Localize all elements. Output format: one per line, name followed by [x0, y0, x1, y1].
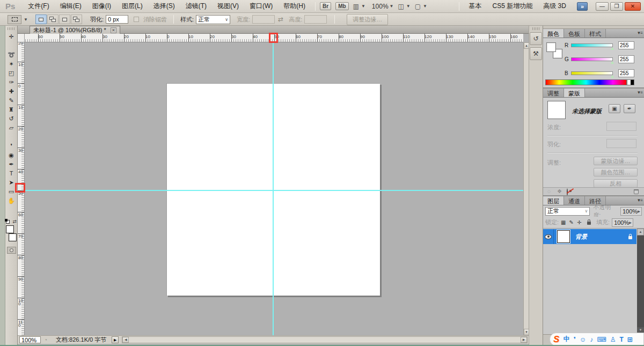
- collapsed-panel-button[interactable]: ⚒: [530, 47, 542, 60]
- sogou-account-icon[interactable]: ♙: [610, 336, 616, 343]
- tool-button[interactable]: ♜: [6, 105, 17, 114]
- layers-scrollbar[interactable]: ▲ ▼: [637, 229, 644, 334]
- apply-mask-icon[interactable]: ❖: [557, 188, 562, 194]
- feather-input[interactable]: 0 px: [106, 15, 128, 24]
- panel-menu-icon[interactable]: ▼≡: [636, 198, 642, 203]
- red-slider[interactable]: [571, 43, 613, 47]
- sogou-skin-icon[interactable]: T: [619, 336, 623, 343]
- disable-mask-icon[interactable]: [567, 189, 568, 195]
- sogou-logo[interactable]: S: [553, 334, 559, 345]
- red-value-input[interactable]: 255: [618, 41, 634, 49]
- menu-image[interactable]: 图像(I): [87, 0, 116, 12]
- collapsed-panel-button[interactable]: ↺: [530, 32, 542, 45]
- menu-edit[interactable]: 编辑(E): [55, 0, 87, 12]
- load-selection-icon[interactable]: ◌: [547, 188, 551, 194]
- style-select[interactable]: 正常 ∨: [196, 15, 230, 24]
- antialias-checkbox[interactable]: [134, 17, 139, 22]
- sogou-keyboard-icon[interactable]: ⌨: [597, 336, 606, 343]
- arrange-documents-icon[interactable]: ◫: [398, 3, 404, 10]
- tool-button[interactable]: ◰: [6, 69, 17, 77]
- workspace-cs5-new[interactable]: CS5 新增功能: [493, 2, 533, 11]
- tool-button[interactable]: ❜: [6, 142, 17, 150]
- height-input[interactable]: [304, 15, 327, 24]
- panel-menu-icon[interactable]: ▼≡: [636, 31, 642, 35]
- swap-dimensions-icon[interactable]: ⇄: [278, 16, 283, 23]
- document-tab[interactable]: 未标题-1 @ 100%(RGB/8) * ✕: [30, 26, 120, 34]
- horizontal-guide[interactable]: [25, 190, 523, 191]
- close-button[interactable]: ✕: [625, 2, 641, 11]
- tool-button[interactable]: ➰: [6, 50, 17, 59]
- tool-button[interactable]: ✋: [6, 196, 17, 205]
- scroll-up-arrow[interactable]: ▲: [637, 229, 644, 235]
- chevron-down-icon[interactable]: ▼: [361, 4, 365, 9]
- sogou-chinese-icon[interactable]: 中: [564, 335, 570, 344]
- restore-button[interactable]: ❐: [610, 2, 623, 11]
- menu-file[interactable]: 文件(F): [23, 0, 54, 12]
- screen-mode-icon[interactable]: ▢: [415, 3, 421, 10]
- blend-mode-select[interactable]: 正常 ∨: [545, 207, 590, 216]
- tab-paths[interactable]: 路径: [585, 196, 606, 205]
- layer-row-background[interactable]: 背景: [543, 229, 636, 244]
- tool-button[interactable]: ✑: [6, 78, 17, 86]
- add-to-selection-button[interactable]: [47, 14, 58, 24]
- lock-all-icon[interactable]: [587, 222, 591, 225]
- tab-swatches[interactable]: 色板: [564, 29, 585, 38]
- bridge-button[interactable]: Br: [320, 2, 331, 10]
- blue-value-input[interactable]: 255: [618, 69, 634, 77]
- tool-button[interactable]: ↺: [6, 114, 17, 123]
- sogou-punctuation-icon[interactable]: ❜: [574, 336, 576, 343]
- menu-layer[interactable]: 图层(L): [116, 0, 148, 12]
- scroll-right-arrow[interactable]: ▶: [521, 337, 527, 343]
- feather-input[interactable]: [606, 139, 636, 148]
- tab-adjustments[interactable]: 调整: [543, 89, 564, 97]
- workspace-overflow-button[interactable]: »: [577, 2, 588, 11]
- chevron-down-icon[interactable]: ▼: [423, 4, 427, 9]
- fill-input[interactable]: 100% ▶: [612, 218, 633, 227]
- tab-color[interactable]: 颜色: [543, 29, 564, 38]
- menu-window[interactable]: 窗口(W): [244, 0, 278, 12]
- green-slider[interactable]: [571, 57, 613, 61]
- quick-mask-button[interactable]: [7, 247, 16, 254]
- tool-button[interactable]: [6, 41, 17, 50]
- refine-edge-button[interactable]: 调整边缘…: [347, 14, 388, 25]
- lock-transparent-icon[interactable]: ▦: [561, 219, 566, 225]
- status-options-button[interactable]: ▶: [112, 336, 119, 343]
- dock-grip[interactable]: [532, 27, 540, 30]
- layer-visibility-toggle[interactable]: [543, 229, 554, 244]
- mini-bridge-button[interactable]: Mb: [335, 2, 348, 10]
- intersect-selection-button[interactable]: [71, 14, 82, 24]
- chevron-down-icon[interactable]: ▼: [390, 4, 394, 9]
- workspace-essentials[interactable]: 基本: [469, 2, 482, 11]
- ruler-corner[interactable]: [18, 34, 25, 42]
- invert-button[interactable]: 反相: [594, 179, 638, 188]
- tab-layers[interactable]: 图层: [543, 196, 564, 205]
- minimize-button[interactable]: —: [596, 2, 609, 11]
- tab-masks[interactable]: 蒙版: [564, 89, 585, 97]
- toolbar-grip[interactable]: [8, 27, 15, 30]
- tool-button[interactable]: [6, 205, 17, 214]
- sogou-emoji-icon[interactable]: ☺: [580, 336, 586, 343]
- status-zoom-input[interactable]: 100%: [19, 336, 41, 343]
- add-pixel-mask-button[interactable]: ▣: [609, 104, 620, 113]
- sogou-toolbox-icon[interactable]: ⊞: [627, 336, 633, 343]
- tool-button[interactable]: ◉: [6, 151, 17, 159]
- layer-thumbnail[interactable]: [557, 230, 570, 243]
- tool-button[interactable]: ✒: [6, 160, 17, 168]
- chevron-down-icon[interactable]: ▼: [406, 4, 411, 9]
- width-input[interactable]: [252, 15, 275, 24]
- green-value-input[interactable]: 255: [618, 55, 634, 63]
- new-selection-button[interactable]: [35, 14, 47, 24]
- tool-button[interactable]: ✎: [6, 96, 17, 105]
- mask-edge-button[interactable]: 蒙版边缘…: [594, 157, 638, 165]
- sogou-voice-icon[interactable]: ♪: [590, 336, 593, 343]
- workspace-advanced-3d[interactable]: 高级 3D: [543, 2, 566, 11]
- scroll-left-arrow[interactable]: ◀: [122, 337, 129, 343]
- zoom-level-control[interactable]: 100%: [372, 3, 389, 10]
- delete-mask-icon[interactable]: [634, 189, 639, 194]
- view-extras-icon[interactable]: ▥: [353, 3, 359, 10]
- menu-help[interactable]: 帮助(H): [278, 0, 311, 12]
- lock-paint-icon[interactable]: ✎: [569, 219, 574, 225]
- tab-styles[interactable]: 样式: [585, 29, 606, 38]
- foreground-color-swatch[interactable]: [546, 42, 556, 52]
- tool-button[interactable]: ✚: [6, 87, 17, 95]
